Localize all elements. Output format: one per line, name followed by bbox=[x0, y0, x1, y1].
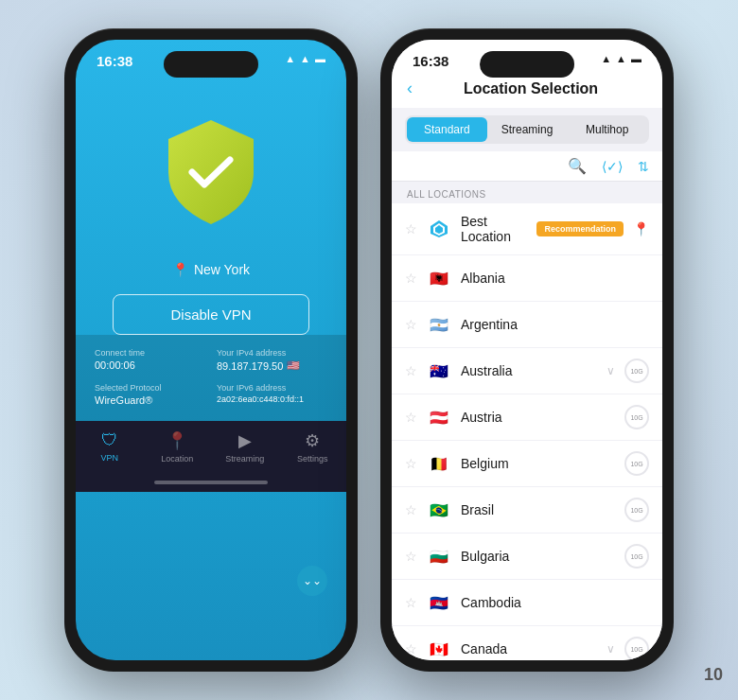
right-signal-icon: ▲ bbox=[616, 53, 626, 64]
ipv6-item: Your IPv6 address 2a02:6ea0:c448:0:fd::1 bbox=[217, 383, 327, 406]
location-item-canada[interactable]: ☆ 🇨🇦 Canada ∨ 10G bbox=[392, 626, 662, 660]
left-status-icons: ▲ ▲ ▬ bbox=[285, 53, 325, 64]
location-item-belgium[interactable]: ☆ 🇧🇪 Belgium 10G bbox=[392, 441, 662, 487]
segment-streaming[interactable]: Streaming bbox=[487, 117, 568, 142]
mullvad-logo-icon bbox=[429, 219, 449, 239]
expand-button[interactable]: ⌄⌄ bbox=[297, 566, 327, 596]
location-item-cambodia[interactable]: ☆ 🇰🇭 Cambodia bbox=[392, 580, 662, 626]
wifi-icon: ▲ bbox=[285, 53, 295, 64]
battery-icon: ▬ bbox=[315, 53, 325, 64]
best-location-name: Best Location bbox=[461, 214, 527, 244]
albania-star[interactable]: ☆ bbox=[405, 271, 417, 286]
location-header-title: Location Selection bbox=[437, 80, 624, 97]
canada-flag: 🇨🇦 bbox=[427, 637, 451, 660]
recommendation-badge: Recommendation bbox=[536, 221, 624, 236]
location-item-argentina[interactable]: ☆ 🇦🇷 Argentina bbox=[392, 302, 662, 348]
australia-star[interactable]: ☆ bbox=[405, 363, 417, 378]
connect-time-item: Connect time 00:00:06 bbox=[95, 348, 205, 372]
argentina-name: Argentina bbox=[461, 317, 649, 332]
belgium-name: Belgium bbox=[461, 456, 615, 471]
cambodia-star[interactable]: ☆ bbox=[405, 595, 417, 610]
canada-chevron: ∨ bbox=[606, 642, 615, 656]
streaming-tab-icon: ▶ bbox=[238, 430, 252, 451]
phones-container: 16:38 ▲ ▲ ▬ bbox=[64, 28, 674, 672]
left-status-time: 16:38 bbox=[97, 53, 132, 69]
left-tab-bar: 🛡 VPN 📍 Location ▶ Streaming ⚙ Settings bbox=[76, 421, 346, 477]
signal-icon: ▲ bbox=[300, 53, 310, 64]
right-phone: 16:38 ▲ ▲ ▬ ‹ Location Selection Standar… bbox=[380, 28, 674, 672]
vpn-location-name: New York bbox=[194, 262, 250, 277]
all-locations-label: ALL LOCATIONS bbox=[392, 182, 662, 203]
settings-tab-label: Settings bbox=[297, 454, 328, 464]
location-item-bulgaria[interactable]: ☆ 🇧🇬 Bulgaria 10G bbox=[392, 534, 662, 580]
vpn-tab-icon: 🛡 bbox=[101, 430, 118, 450]
australia-name: Australia bbox=[461, 363, 597, 378]
settings-tab-icon: ⚙ bbox=[305, 430, 320, 451]
australia-chevron: ∨ bbox=[606, 364, 615, 377]
back-button[interactable]: ‹ bbox=[407, 79, 430, 98]
bulgaria-speed-indicator: 10G bbox=[624, 544, 649, 569]
location-item-austria[interactable]: ☆ 🇦🇹 Austria 10G bbox=[392, 394, 662, 441]
segment-multihop[interactable]: Multihop bbox=[567, 117, 647, 142]
brasil-star[interactable]: ☆ bbox=[405, 502, 417, 517]
disable-vpn-button[interactable]: Disable VPN bbox=[113, 294, 308, 335]
vpn-shield-icon bbox=[149, 111, 272, 234]
australia-flag: 🇦🇺 bbox=[427, 359, 451, 383]
protocol-label: Selected Protocol bbox=[95, 383, 205, 393]
tab-location[interactable]: 📍 Location bbox=[144, 427, 212, 467]
location-item-brasil[interactable]: ☆ 🇧🇷 Brasil 10G bbox=[392, 487, 662, 534]
location-item-albania[interactable]: ☆ 🇦🇱 Albania bbox=[392, 255, 662, 302]
search-filter-row: 🔍 ⟨✓⟩ ⇅ bbox=[392, 151, 662, 182]
location-item-australia[interactable]: ☆ 🇦🇺 Australia ∨ 10G bbox=[392, 348, 662, 394]
right-battery-icon: ▬ bbox=[631, 53, 641, 64]
ipv6-label: Your IPv6 address bbox=[217, 383, 327, 393]
location-pin-icon: 📍 bbox=[172, 262, 188, 277]
tab-vpn[interactable]: 🛡 VPN bbox=[76, 427, 144, 467]
canada-star[interactable]: ☆ bbox=[405, 641, 417, 656]
right-status-time: 16:38 bbox=[413, 53, 448, 69]
austria-flag: 🇦🇹 bbox=[427, 405, 451, 429]
albania-name: Albania bbox=[461, 271, 649, 286]
belgium-speed-indicator: 10G bbox=[624, 451, 649, 476]
cambodia-name: Cambodia bbox=[461, 595, 649, 610]
ipv4-value: 89.187.179.50 🇺🇸 bbox=[217, 359, 327, 372]
bulgaria-name: Bulgaria bbox=[461, 549, 615, 564]
brasil-flag: 🇧🇷 bbox=[427, 498, 451, 522]
australia-speed-indicator: 10G bbox=[624, 359, 649, 383]
right-wifi-icon: ▲ bbox=[601, 53, 611, 64]
austria-speed-indicator: 10G bbox=[624, 405, 649, 429]
bulgaria-star[interactable]: ☆ bbox=[405, 549, 417, 564]
albania-flag: 🇦🇱 bbox=[427, 266, 451, 290]
segment-standard[interactable]: Standard bbox=[407, 117, 487, 142]
argentina-flag: 🇦🇷 bbox=[427, 312, 451, 337]
left-phone-screen: 16:38 ▲ ▲ ▬ bbox=[76, 40, 346, 660]
best-loc-star[interactable]: ☆ bbox=[405, 221, 417, 236]
dynamic-island-left bbox=[164, 51, 258, 78]
austria-star[interactable]: ☆ bbox=[405, 410, 417, 425]
belgium-star[interactable]: ☆ bbox=[405, 456, 417, 471]
vpn-tab-label: VPN bbox=[100, 453, 118, 463]
canada-name: Canada bbox=[461, 641, 597, 656]
canada-speed-indicator: 10G bbox=[624, 637, 649, 660]
austria-name: Austria bbox=[461, 410, 615, 425]
sort-icon[interactable]: ⇅ bbox=[638, 159, 649, 174]
cambodia-flag: 🇰🇭 bbox=[427, 590, 451, 615]
vpn-info-grid: Connect time 00:00:06 Your IPv4 address … bbox=[95, 348, 327, 406]
dynamic-island-right bbox=[480, 51, 574, 78]
filter-icon[interactable]: ⟨✓⟩ bbox=[602, 159, 623, 174]
right-phone-screen: 16:38 ▲ ▲ ▬ ‹ Location Selection Standar… bbox=[392, 40, 662, 660]
streaming-tab-label: Streaming bbox=[225, 454, 264, 464]
bulgaria-flag: 🇧🇬 bbox=[427, 544, 451, 569]
search-icon[interactable]: 🔍 bbox=[568, 157, 587, 175]
brasil-name: Brasil bbox=[461, 502, 615, 517]
protocol-value: WireGuard® bbox=[95, 394, 205, 406]
tab-settings[interactable]: ⚙ Settings bbox=[279, 427, 347, 467]
tab-streaming[interactable]: ▶ Streaming bbox=[211, 427, 279, 467]
vpn-location-display: 📍 New York bbox=[172, 262, 250, 277]
left-phone: 16:38 ▲ ▲ ▬ bbox=[64, 28, 358, 672]
connect-time-value: 00:00:06 bbox=[95, 359, 205, 371]
best-location-item[interactable]: ☆ Best Location Recommendation 📍 bbox=[392, 203, 662, 255]
location-tab-icon: 📍 bbox=[167, 430, 187, 451]
argentina-star[interactable]: ☆ bbox=[405, 317, 417, 332]
best-loc-pin-icon[interactable]: 📍 bbox=[633, 221, 649, 236]
